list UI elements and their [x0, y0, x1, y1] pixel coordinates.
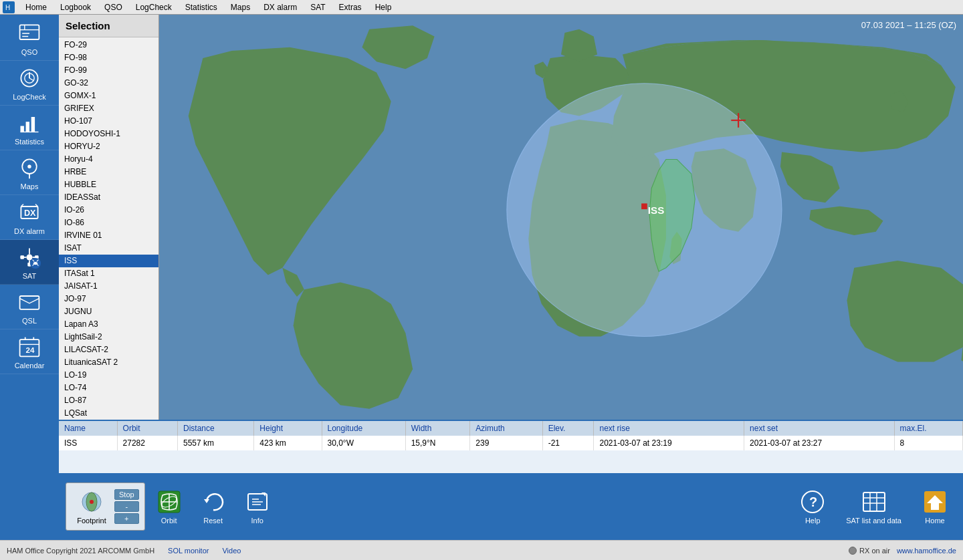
svg-line-8: [29, 78, 33, 81]
app-icon[interactable]: H: [3, 1, 15, 13]
menu-logbook[interactable]: Logbook: [54, 1, 98, 13]
satellite-list-item[interactable]: Lapan A3: [59, 318, 158, 331]
svg-rect-11: [31, 117, 35, 132]
help-icon: ?: [799, 488, 826, 515]
menu-logcheck[interactable]: LogCheck: [129, 1, 179, 13]
satellite-list-item[interactable]: ITASat 1: [59, 267, 158, 280]
satellite-list-item[interactable]: LO-74: [59, 382, 158, 394]
qso-label: QSO: [21, 48, 37, 56]
home-button[interactable]: Home: [914, 486, 956, 527]
satellite-list-item[interactable]: JUGNU: [59, 305, 158, 318]
svg-marker-45: [204, 499, 209, 503]
satellite-list-item[interactable]: LO-87: [59, 394, 158, 407]
menu-home[interactable]: Home: [19, 1, 54, 13]
satellite-list-item[interactable]: IDEASSat: [59, 191, 158, 204]
satellite-list-item[interactable]: LQSat: [59, 407, 158, 420]
sidebar-item-statistics[interactable]: Statistics: [0, 106, 59, 150]
menu-sat[interactable]: SAT: [304, 1, 332, 13]
stop-plus-button[interactable]: +: [114, 513, 139, 524]
svg-point-42: [90, 500, 94, 504]
menu-statistics[interactable]: Statistics: [179, 1, 224, 13]
logcheck-label: LogCheck: [13, 93, 46, 101]
sidebar: QSO LogCheck: [0, 15, 59, 540]
satellite-list-item[interactable]: IO-26: [59, 204, 158, 217]
satellite-list-item[interactable]: HORYU-2: [59, 140, 158, 153]
svg-rect-9: [21, 126, 24, 132]
cell-width: 15,9°N: [405, 436, 470, 450]
svg-rect-23: [21, 255, 24, 259]
stop-group: Stop - +: [114, 489, 139, 524]
sidebar-item-sat[interactable]: SAT: [0, 240, 59, 285]
satellite-list-item[interactable]: FO-99: [59, 64, 158, 77]
satellite-list-item[interactable]: JO-97: [59, 293, 158, 305]
satellite-list-item[interactable]: Horyu-4: [59, 153, 158, 166]
sat-list-icon: [861, 488, 887, 515]
satellite-data-table: Name Orbit Distance Height Longitude Wid…: [59, 421, 963, 450]
satellite-list: FloripaSat 1FMN 1FO-29FO-98FO-99GO-32GOM…: [59, 37, 158, 420]
cell-next-set: 2021-03-07 at 23:27: [744, 436, 895, 450]
satellite-list-item[interactable]: ISAT: [59, 242, 158, 255]
cell-orbit: 27282: [117, 436, 177, 450]
satellite-list-item[interactable]: FO-98: [59, 51, 158, 64]
info-button[interactable]: Info: [237, 486, 278, 527]
sidebar-item-qsl[interactable]: QSL: [0, 285, 59, 329]
bottom-toolbar: Footprint Stop - + Or: [59, 473, 963, 540]
sol-monitor-link[interactable]: SOL monitor: [168, 547, 209, 555]
stop-minus-button[interactable]: -: [114, 501, 139, 512]
satellite-list-item[interactable]: GO-32: [59, 77, 158, 90]
satellite-list-item[interactable]: LO-19: [59, 369, 158, 382]
rx-on-air-group: RX on air: [849, 547, 890, 555]
satellite-list-item[interactable]: HRBE: [59, 166, 158, 178]
cell-distance: 5557 km: [178, 436, 254, 450]
satellite-list-item[interactable]: ISS: [59, 255, 158, 267]
satellite-list-item[interactable]: HUBBLE: [59, 178, 158, 191]
statistics-icon: [16, 110, 43, 136]
orbit-button[interactable]: Orbit: [149, 486, 189, 527]
sidebar-item-logcheck[interactable]: LogCheck: [0, 61, 59, 106]
satellite-list-item[interactable]: LituanicaSAT 2: [59, 356, 158, 369]
satellite-list-item[interactable]: HODOYOSHI-1: [59, 128, 158, 140]
satellite-list-item[interactable]: FO-29: [59, 39, 158, 51]
home-label: Home: [925, 517, 944, 525]
col-max-el: max.El.: [894, 421, 962, 436]
data-table-area: Name Orbit Distance Height Longitude Wid…: [59, 420, 963, 473]
satellite-list-item[interactable]: GOMX-1: [59, 90, 158, 102]
calendar-label: Calendar: [15, 362, 45, 370]
satellite-list-item[interactable]: JAISAT-1: [59, 280, 158, 293]
menu-help[interactable]: Help: [368, 1, 399, 13]
video-link[interactable]: Video: [222, 547, 241, 555]
menu-qso[interactable]: QSO: [98, 1, 129, 13]
sat-list-button[interactable]: SAT list and data: [838, 486, 909, 527]
stop-button[interactable]: Stop: [114, 489, 139, 500]
satellite-list-item[interactable]: IO-86: [59, 217, 158, 229]
satellite-list-item[interactable]: HO-107: [59, 115, 158, 128]
help-button[interactable]: ? Help: [791, 486, 834, 527]
col-next-rise: next rise: [594, 421, 744, 436]
menu-dx-alarm[interactable]: DX alarm: [257, 1, 304, 13]
maps-icon: [16, 154, 43, 181]
col-orbit: Orbit: [117, 421, 177, 436]
sidebar-item-calendar[interactable]: 24 Calendar: [0, 329, 59, 374]
content-row: Selection FloripaSat 1FMN 1FO-29FO-98FO-…: [59, 15, 963, 420]
dxalarm-label: DX alarm: [14, 227, 45, 235]
menu-maps[interactable]: Maps: [224, 1, 257, 13]
website-link[interactable]: www.hamoffice.de: [897, 547, 956, 555]
satellite-list-item[interactable]: LILACSAT-2: [59, 343, 158, 356]
maps-label: Maps: [21, 182, 39, 190]
cell-height: 423 km: [254, 436, 322, 450]
menu-extras[interactable]: Extras: [332, 1, 368, 13]
center-content: Selection FloripaSat 1FMN 1FO-29FO-98FO-…: [59, 15, 963, 540]
table-row-iss[interactable]: ISS 27282 5557 km 423 km 30,0°W 15,9°N 2…: [59, 436, 963, 450]
sidebar-item-dxalarm[interactable]: DX DX alarm: [0, 195, 59, 240]
reset-button[interactable]: Reset: [193, 486, 233, 527]
footprint-button[interactable]: Footprint: [72, 486, 112, 527]
sidebar-item-qso[interactable]: QSO: [0, 16, 59, 61]
col-elev: Elev.: [542, 421, 594, 436]
satellite-list-item[interactable]: GRIFEX: [59, 102, 158, 115]
orbit-label: Orbit: [161, 517, 177, 525]
satellite-list-item[interactable]: IRVINE 01: [59, 229, 158, 242]
qsl-icon: [16, 289, 43, 315]
sidebar-item-maps[interactable]: Maps: [0, 150, 59, 195]
satellite-list-item[interactable]: LightSail-2: [59, 331, 158, 343]
world-map-svg: ISS: [159, 15, 963, 420]
